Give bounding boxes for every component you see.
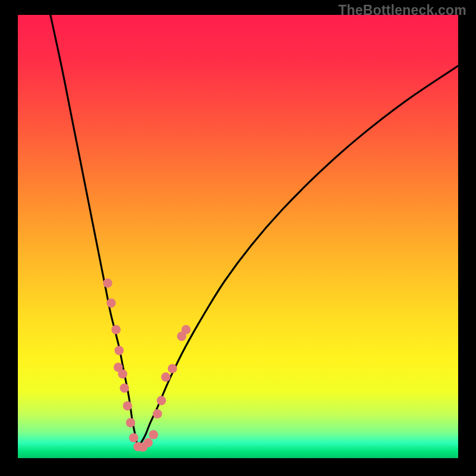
- trough-marker: [161, 372, 171, 382]
- trough-markers: [103, 278, 190, 452]
- trough-marker: [107, 298, 116, 308]
- trough-marker: [103, 278, 112, 288]
- trough-marker: [126, 418, 136, 428]
- trough-marker: [129, 433, 139, 443]
- curve-right-branch: [137, 66, 458, 447]
- watermark-text: TheBottleneck.com: [338, 2, 466, 18]
- trough-marker: [153, 409, 162, 419]
- trough-marker: [120, 383, 129, 393]
- trough-marker: [168, 364, 177, 374]
- trough-marker: [111, 325, 121, 334]
- trough-marker: [149, 430, 158, 440]
- bottleneck-curve: [51, 15, 458, 447]
- trough-marker: [143, 438, 153, 447]
- trough-marker: [118, 369, 127, 379]
- chart-overlay: [18, 15, 458, 458]
- plot-area: [18, 15, 458, 458]
- trough-marker: [114, 346, 124, 355]
- curve-left-branch: [51, 15, 138, 447]
- trough-marker: [156, 396, 166, 405]
- chart-frame: [18, 15, 458, 458]
- trough-marker: [181, 325, 191, 334]
- trough-marker: [123, 401, 132, 411]
